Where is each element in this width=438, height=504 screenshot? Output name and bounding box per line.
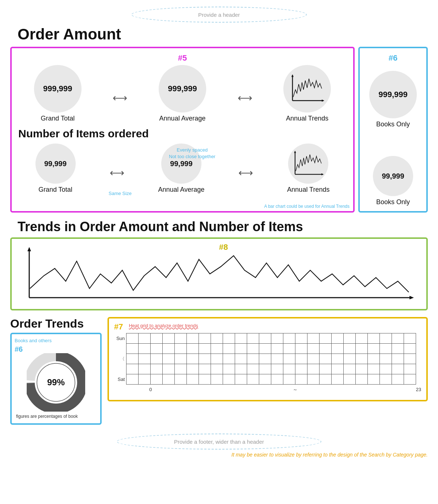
svg-marker-10 bbox=[27, 247, 31, 251]
heat-row-label-sat: Sat bbox=[114, 374, 127, 385]
svg-marker-7 bbox=[321, 173, 324, 175]
section6-number-top: #6 bbox=[389, 53, 397, 63]
bar-chart-annotation: A bar chart could be used for Annual Tre… bbox=[264, 204, 350, 209]
yellow-box: #7 Heat grid to analyze order trends Sun bbox=[107, 317, 428, 401]
heat-row-2 bbox=[114, 344, 421, 354]
heat-row-label-4 bbox=[114, 364, 127, 374]
heat-col-start: 0 bbox=[127, 385, 175, 395]
heat-row-label-2 bbox=[114, 344, 127, 354]
arrow-1: ⟷ bbox=[113, 92, 127, 104]
not-too-close-text: Not too close together bbox=[169, 154, 215, 159]
heat-row-4 bbox=[114, 364, 421, 374]
annual-trends-chart-1 bbox=[283, 65, 331, 112]
stat-row-1: 999,999 Grand Total ⟷ 999,999 Annual Ave… bbox=[18, 65, 347, 122]
donut-container: 99% bbox=[16, 353, 96, 412]
top-section: #5 999,999 Grand Total ⟷ 999,999 Annual … bbox=[10, 47, 428, 213]
annual-trends-chart-2 bbox=[288, 144, 328, 184]
annual-avg-label-2: Annual Average bbox=[158, 186, 205, 194]
books-only-circle-1: 999,999 bbox=[369, 71, 417, 118]
page-title: Order Amount bbox=[18, 26, 438, 43]
donut-chart-svg: 99% bbox=[27, 353, 85, 412]
blue-books-only-1: 999,999 Books Only bbox=[369, 69, 417, 128]
blue-box-top: #6 999,999 Books Only 99,999 Books Only bbox=[358, 47, 428, 213]
stat-annual-avg-1: 999,999 Annual Average bbox=[159, 65, 206, 122]
section7-number: #7 bbox=[114, 322, 123, 332]
evenly-spaced-text: Evenly spaced bbox=[177, 147, 208, 153]
books-only-circle-2: 99,999 bbox=[373, 156, 413, 196]
donut-footer-note: figures are percentages of book bbox=[16, 414, 96, 419]
blue-donut-box: Books and others #6 99% figures are perc… bbox=[10, 333, 102, 425]
annual-avg-circle-1: 999,999 bbox=[159, 65, 206, 112]
annual-trends-label-1: Annual Trends bbox=[286, 115, 328, 122]
grand-total-label-1: Grand Total bbox=[41, 115, 75, 122]
annual-trends-label-2: Annual Trends bbox=[287, 186, 329, 194]
heat-grid: Sun bbox=[114, 333, 421, 395]
order-trends-section: Order Trends Books and others #6 99% bbox=[10, 317, 102, 425]
heat-row-sat: Sat bbox=[114, 374, 421, 385]
trends-chart-svg-2 bbox=[292, 149, 325, 178]
trends-section-title: Trends in Order Amount and Number of Ite… bbox=[18, 219, 438, 234]
svg-marker-2 bbox=[291, 75, 294, 77]
blue-books-only-2: 99,999 Books Only bbox=[373, 154, 413, 206]
magenta-box: #5 999,999 Grand Total ⟷ 999,999 Annual … bbox=[10, 47, 355, 213]
heat-col-mid: ～ bbox=[271, 385, 319, 395]
arrow-2: ⟷ bbox=[238, 92, 252, 104]
order-trends-title: Order Trends bbox=[10, 317, 102, 331]
arrow-3: ⟷ bbox=[110, 167, 124, 179]
books-only-label-1: Books Only bbox=[376, 121, 410, 128]
heat-row-mid: 〈 bbox=[114, 354, 421, 364]
donut-value: 99% bbox=[47, 377, 65, 387]
grand-total-label-2: Grand Total bbox=[38, 186, 72, 194]
books-others-annotation: Books and others bbox=[15, 338, 52, 343]
heat-axis-row: 0 ～ 23 bbox=[114, 385, 421, 395]
section6-donut-number: #6 bbox=[15, 345, 23, 354]
books-only-label-2: Books Only bbox=[376, 198, 410, 206]
footer-oval-text: Provide a footer, wider than a header bbox=[174, 439, 264, 445]
footer-note: It may be easier to visualize by referri… bbox=[10, 452, 428, 458]
heat-row-sun: Sun bbox=[114, 333, 421, 344]
stat-annual-trends-1: Annual Trends bbox=[283, 65, 331, 122]
stat-grand-total-2: 99,999 Grand Total bbox=[35, 144, 76, 194]
heat-row-label-mid: 〈 bbox=[114, 354, 127, 364]
heat-col-end: 23 bbox=[416, 385, 421, 395]
stat-annual-trends-2: Annual Trends bbox=[287, 144, 329, 194]
header-oval-text: Provide a header bbox=[198, 12, 240, 18]
trends-line-chart bbox=[18, 245, 420, 303]
annual-avg-label-1: Annual Average bbox=[159, 115, 206, 122]
stat-grand-total-1: 999,999 Grand Total bbox=[34, 65, 82, 122]
arrow-4: ⟷ bbox=[238, 167, 253, 179]
trends-chart-svg-1 bbox=[289, 72, 325, 105]
section8-number: #8 bbox=[219, 243, 228, 252]
svg-marker-3 bbox=[322, 100, 324, 102]
heat-annotation: Heat grid to analyze order trends bbox=[129, 323, 198, 328]
header-oval: Provide a header bbox=[131, 7, 307, 23]
svg-marker-11 bbox=[409, 296, 414, 299]
same-size-annotation: Same Size bbox=[109, 191, 132, 196]
heat-row-label-sun: Sun bbox=[114, 333, 127, 344]
bottom-row: Order Trends Books and others #6 99% bbox=[10, 317, 428, 425]
grand-total-circle-1: 999,999 bbox=[34, 65, 82, 112]
section5-number: #5 bbox=[18, 53, 347, 63]
svg-marker-6 bbox=[294, 150, 296, 153]
footer-oval: Provide a footer, wider than a header bbox=[117, 434, 321, 450]
green-box: #8 bbox=[10, 237, 428, 310]
sub-section-title: Number of Items ordered bbox=[18, 127, 347, 140]
grand-total-circle-2: 99,999 bbox=[35, 144, 76, 184]
evenly-annotation: Evenly spaced Not too close together bbox=[169, 147, 215, 160]
